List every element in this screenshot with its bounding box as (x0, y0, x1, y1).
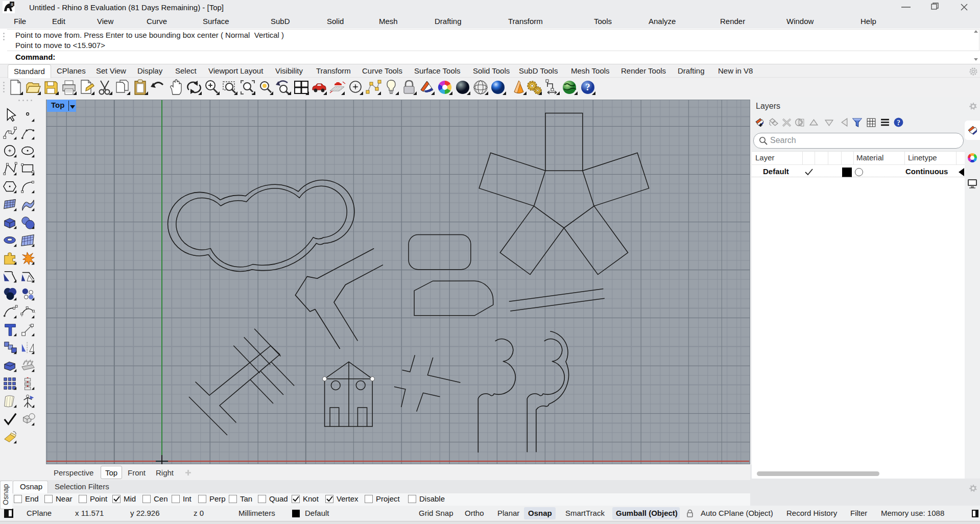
svg-text:?: ? (897, 119, 900, 127)
svg-text:8: 8 (11, 2, 13, 7)
svg-text:?: ? (585, 82, 590, 92)
